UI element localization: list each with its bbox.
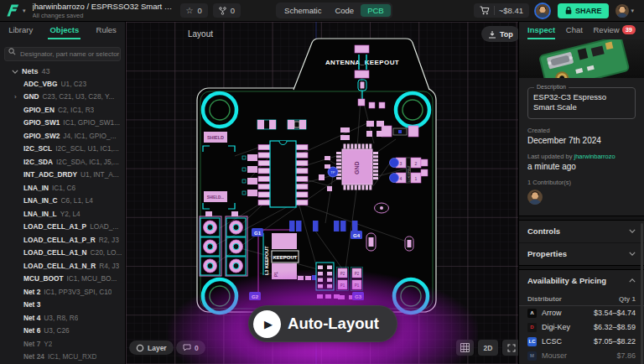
left-tab-library[interactable]: Library bbox=[7, 22, 34, 39]
net-list-item[interactable]: Net 7Y2 bbox=[0, 337, 125, 351]
distributor-row-mouser[interactable]: MMouser$7.86 bbox=[519, 349, 644, 363]
contributor-avatar[interactable] bbox=[527, 190, 543, 205]
net-name: Net 24 bbox=[23, 352, 44, 361]
nets-group-header[interactable]: Nets 43 bbox=[0, 65, 125, 77]
net-refs: C23, C21, U3, C28, Y... bbox=[42, 92, 114, 101]
net-refs: Y2, L4 bbox=[60, 210, 80, 218]
right-scrollbar[interactable] bbox=[641, 223, 643, 364]
created-label: Created bbox=[527, 127, 636, 134]
project-3d-preview[interactable] bbox=[519, 39, 644, 78]
flux-logo-icon[interactable] bbox=[7, 3, 21, 18]
breadcrumb[interactable]: jharwinbarrozo / ESPRSSO32 Smart Scale [… bbox=[33, 2, 175, 11]
search-input[interactable] bbox=[4, 47, 121, 61]
section-controls[interactable]: Controls bbox=[519, 221, 644, 242]
net-name: MCU_BOOT bbox=[23, 274, 63, 283]
net-list-item[interactable]: Net 24IC1, MCU_RXD bbox=[0, 351, 125, 364]
net-name: GPIO_EN bbox=[23, 106, 55, 114]
net-refs: U3, R8, R6 bbox=[44, 314, 78, 322]
share-button[interactable]: SHARE bbox=[558, 3, 610, 18]
tab-schematic[interactable]: Schematic bbox=[278, 4, 328, 17]
fullscreen-button[interactable] bbox=[502, 340, 518, 356]
small-soic[interactable] bbox=[316, 263, 334, 290]
net-list-item[interactable]: LOAD_CELL_A1_PLOAD_... bbox=[0, 221, 125, 234]
grid-toggle-button[interactable] bbox=[456, 340, 474, 356]
net-list-item[interactable]: Net 3 bbox=[0, 299, 125, 312]
net-list-item[interactable]: INT_ADC_DRDYU1, INT_A... bbox=[0, 169, 125, 182]
net-list-item[interactable]: ›GNDC23, C21, U3, C28, Y... bbox=[0, 91, 125, 104]
net-list-item[interactable]: LOAD_CELL_A1_P_RR2, J3 bbox=[0, 233, 125, 247]
right-tab-review[interactable]: Review39 bbox=[594, 22, 636, 39]
net-name: LNA_IN bbox=[23, 184, 49, 192]
right-tab-inspect[interactable]: Inspect bbox=[527, 22, 555, 39]
net-refs: U3, C26 bbox=[44, 326, 69, 335]
pcb-canvas[interactable]: ANTENNA_KEEPOUT bbox=[126, 22, 518, 364]
net-list-item[interactable]: LNA_INIC1, C6 bbox=[0, 181, 125, 195]
distributor-row-digi-key[interactable]: DDigi-Key$6.32–$8.59 bbox=[519, 320, 644, 335]
section-properties[interactable]: Properties bbox=[519, 243, 644, 265]
net-list-item[interactable]: Net 2IC1, PP3V3_SPI, C10 bbox=[0, 285, 125, 299]
user-menu-caret-icon[interactable]: ▾ bbox=[631, 8, 634, 14]
star-button[interactable]: ☆ 0 bbox=[180, 3, 208, 18]
updated-user-link[interactable]: jharwinbarrozo bbox=[574, 153, 615, 160]
tab-pcb[interactable]: PCB bbox=[361, 4, 391, 17]
search-icon bbox=[8, 48, 16, 55]
user-avatar[interactable] bbox=[615, 4, 629, 18]
left-sidebar-tabs: LibraryObjectsRules bbox=[0, 22, 125, 39]
net-refs: IC1, MCU_RXD bbox=[48, 352, 97, 361]
svg-text:GND: GND bbox=[354, 161, 360, 174]
logo-menu-caret-icon[interactable]: ▾ bbox=[23, 8, 26, 14]
net-list-item[interactable]: Net 6U3, C26 bbox=[0, 325, 125, 338]
net-list-item[interactable]: LNA_IN_CC6, L1, L4 bbox=[0, 195, 125, 208]
net-list-item[interactable]: I2C_SCLI2C_SCL, U1, IC1,... bbox=[0, 143, 125, 156]
connector-pad[interactable] bbox=[205, 211, 212, 216]
distributor-name: Mouser bbox=[542, 351, 611, 360]
layer-selector[interactable]: Layer bbox=[129, 341, 174, 355]
mode-2d-button[interactable]: 2D bbox=[478, 340, 498, 356]
distributor-price: $7.05–$8.22 bbox=[594, 337, 636, 346]
pricing-table: ΛArrow$3.54–$4.74DDigi-Key$6.32–$8.59LCL… bbox=[519, 306, 644, 364]
top-view-button[interactable]: Top bbox=[481, 26, 518, 42]
net-list-item[interactable]: GPIO_ENC2, IC1, R3 bbox=[0, 103, 125, 117]
net-list-item[interactable]: Net 4U3, R8, R6 bbox=[0, 311, 125, 325]
left-tab-rules[interactable]: Rules bbox=[95, 22, 118, 39]
distributor-price: $3.54–$4.74 bbox=[594, 309, 636, 317]
tab-code[interactable]: Code bbox=[328, 4, 361, 17]
distributor-price: $7.86 bbox=[616, 351, 636, 360]
cart-button[interactable]: ~$8.41 bbox=[474, 3, 529, 18]
connector-pad[interactable] bbox=[231, 211, 238, 216]
cart-icon bbox=[480, 6, 490, 15]
collaborator-avatar[interactable] bbox=[536, 4, 549, 18]
fork-button[interactable]: 0 bbox=[213, 3, 241, 18]
view-tabs: Schematic Code PCB bbox=[276, 3, 392, 18]
left-tab-objects[interactable]: Objects bbox=[48, 22, 80, 39]
net-list-item[interactable]: GPIO_SW2J4, IC1, GPIO_... bbox=[0, 129, 125, 143]
net-list-item[interactable]: LOAD_CELL_A1_N_RR4, J3 bbox=[0, 259, 125, 273]
net-list-item[interactable]: ADC_VBGU1, C23 bbox=[0, 77, 125, 91]
passive-pair-2[interactable] bbox=[288, 120, 306, 129]
expand-chevron-icon[interactable]: › bbox=[14, 93, 17, 101]
created-value: December 7th 2024 bbox=[527, 136, 636, 145]
net-list-item[interactable]: LOAD_CELL_A1_NC20, LO... bbox=[0, 247, 125, 260]
svg-text:SHIELD...: SHIELD... bbox=[207, 195, 224, 200]
net-name: LOAD_CELL_A1_P_R bbox=[23, 236, 96, 244]
net-list-item[interactable]: LNA_IN_LY2, L4 bbox=[0, 207, 125, 221]
auto-layout-button[interactable]: ▶ Auto-Layout bbox=[248, 305, 397, 342]
svg-text:P1: P1 bbox=[355, 283, 360, 288]
chevron-down-icon bbox=[12, 70, 18, 74]
distributor-row-lcsc[interactable]: LCLCSC$7.05–$8.22 bbox=[519, 335, 644, 349]
objects-sidebar: LibraryObjectsRules Nets 43 ADC_VBGU1, C… bbox=[0, 22, 126, 364]
net-list-item[interactable]: I2C_SDAI2C_SDA, IC1, J5,... bbox=[0, 155, 125, 169]
l1-keepout-label: L1 KEEPOUT bbox=[408, 165, 411, 182]
description-field[interactable]: Description ESP32-C3 Espresso Smart Scal… bbox=[527, 87, 636, 119]
description-value: ESP32-C3 Espresso Smart Scale bbox=[533, 92, 630, 113]
net-refs: U1, C23 bbox=[61, 80, 86, 88]
distributor-row-arrow[interactable]: ΛArrow$3.54–$4.74 bbox=[519, 306, 644, 320]
net-name: ADC_VBG bbox=[23, 80, 58, 88]
net-list-item[interactable]: MCU_BOOTIC1, MCU_BO... bbox=[0, 273, 125, 286]
section-pricing[interactable]: Availability & Pricing bbox=[519, 270, 644, 292]
passive-pair-1[interactable] bbox=[257, 120, 276, 129]
net-list-item[interactable]: GPIO_SW1IC1, GPIO_SW1... bbox=[0, 117, 125, 130]
net-name: INT_ADC_DRDY bbox=[23, 170, 77, 179]
comments-button[interactable]: 0 bbox=[176, 341, 205, 355]
right-tab-chat[interactable]: Chat bbox=[566, 22, 583, 39]
